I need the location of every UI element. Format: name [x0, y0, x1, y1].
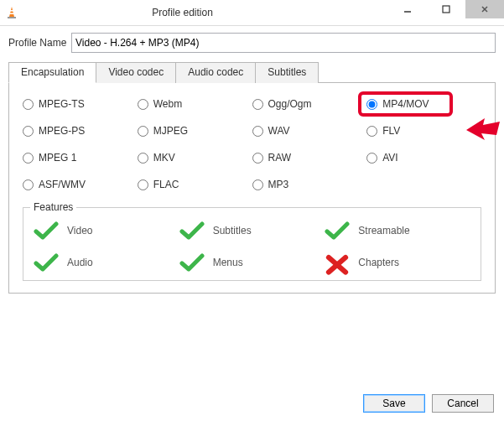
radio-avi[interactable]: AVI: [366, 152, 481, 164]
profile-name-row: Profile Name: [8, 33, 496, 53]
features-group: Features Video Subtitles Streamable: [23, 207, 481, 281]
tab-audio-codec[interactable]: Audio codec: [175, 62, 256, 83]
radio-raw[interactable]: RAW: [252, 152, 367, 164]
radio-mjpeg[interactable]: MJPEG: [138, 125, 252, 137]
check-icon: [179, 221, 205, 240]
radio-webm[interactable]: Webm: [138, 98, 252, 110]
dialog-buttons: Save Cancel: [363, 394, 494, 413]
radio-mpeg-ts[interactable]: MPEG-TS: [23, 98, 138, 110]
titlebar: Profile edition: [0, 0, 504, 26]
window-title: Profile edition: [0, 7, 388, 18]
radio-mp3[interactable]: MP3: [252, 179, 367, 190]
minimize-button[interactable]: [388, 0, 427, 18]
radio-wav[interactable]: WAV: [252, 125, 367, 137]
profile-name-label: Profile Name: [8, 37, 71, 49]
radio-asf-wmv[interactable]: ASF/WMV: [23, 179, 138, 190]
cancel-button[interactable]: Cancel: [432, 394, 494, 413]
radio-mp4-mov[interactable]: MP4/MOV: [366, 98, 429, 110]
check-icon: [34, 221, 59, 240]
close-button[interactable]: [465, 0, 504, 18]
encapsulation-radio-grid: MPEG-TS Webm Ogg/Ogm MP4/MOV MPEG-PS MJP…: [23, 98, 481, 190]
check-icon: [34, 253, 59, 272]
tab-bar: Encapsulation Video codec Audio codec Su…: [8, 62, 496, 83]
tab-encapsulation[interactable]: Encapsulation: [8, 62, 96, 83]
save-button[interactable]: Save: [363, 394, 425, 413]
content-area: Profile Name Encapsulation Video codec A…: [0, 26, 504, 302]
feature-subtitles: Subtitles: [179, 221, 325, 240]
profile-edition-window: Profile edition Profile Name Encapsul: [0, 0, 504, 421]
tab-subtitles[interactable]: Subtitles: [255, 62, 319, 83]
features-legend: Features: [30, 201, 76, 213]
radio-flac[interactable]: FLAC: [138, 179, 252, 190]
radio-mkv[interactable]: MKV: [138, 152, 252, 164]
radio-mpeg-ps[interactable]: MPEG-PS: [23, 125, 138, 137]
tab-video-codec[interactable]: Video codec: [96, 62, 176, 83]
feature-chapters: Chapters: [325, 253, 470, 272]
check-icon: [179, 253, 205, 272]
radio-mp4-mov-highlighted: MP4/MOV: [366, 98, 481, 110]
feature-streamable: Streamable: [325, 221, 470, 240]
svg-rect-5: [443, 6, 449, 13]
radio-flv[interactable]: FLV: [366, 125, 481, 137]
feature-video: Video: [34, 221, 179, 240]
maximize-button[interactable]: [427, 0, 465, 18]
annotation-highlight-box: MP4/MOV: [358, 91, 452, 117]
features-grid: Video Subtitles Streamable Audio: [34, 221, 470, 272]
radio-mpeg-1[interactable]: MPEG 1: [23, 152, 138, 164]
cross-icon: [325, 253, 350, 272]
radio-ogg[interactable]: Ogg/Ogm: [252, 98, 367, 110]
window-controls: [388, 0, 504, 25]
check-icon: [325, 221, 350, 240]
feature-menus: Menus: [179, 253, 325, 272]
feature-audio: Audio: [34, 253, 179, 272]
tab-panel-encapsulation: MPEG-TS Webm Ogg/Ogm MP4/MOV MPEG-PS MJP…: [8, 82, 496, 294]
profile-name-input[interactable]: [71, 33, 496, 53]
